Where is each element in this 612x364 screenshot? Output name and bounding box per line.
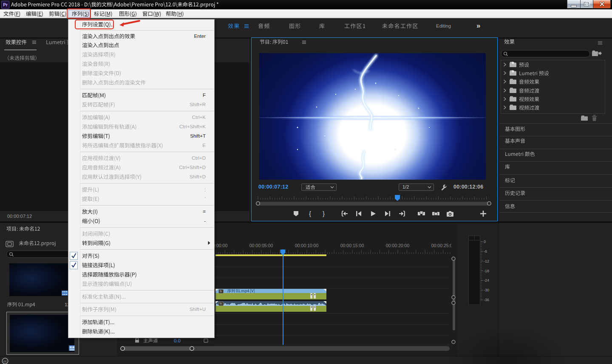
svg-text:cc: cc bbox=[3, 359, 7, 363]
